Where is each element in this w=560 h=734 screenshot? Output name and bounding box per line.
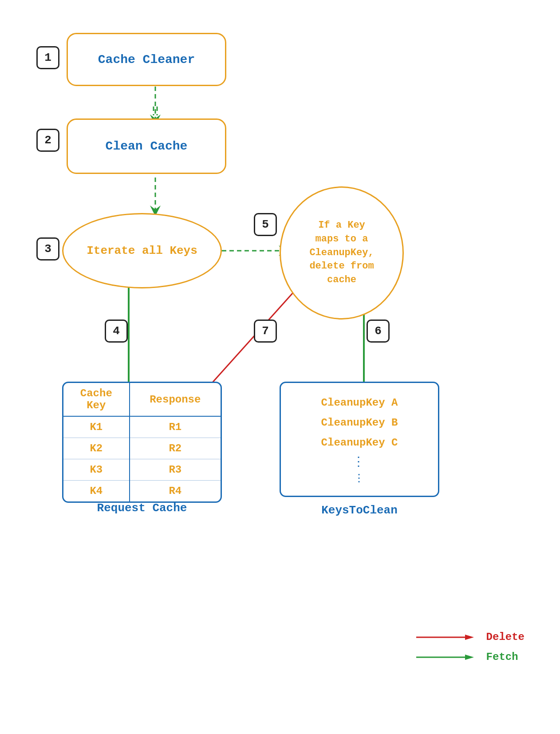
cleanup-key-a: CleanupKey A bbox=[321, 394, 398, 411]
table-row: K4 R4 bbox=[63, 481, 221, 502]
legend-fetch: Fetch bbox=[416, 651, 525, 663]
badge-3: 3 bbox=[36, 237, 59, 260]
dots: ⋮ bbox=[352, 454, 367, 469]
diagram-container: 1 Cache Cleaner 2 Clean Cache 3 Iterate … bbox=[0, 0, 560, 734]
svg-marker-9 bbox=[465, 635, 474, 640]
table-header-cache-key: CacheKey bbox=[63, 383, 130, 416]
table-cell: R2 bbox=[130, 438, 221, 459]
table-cell: R3 bbox=[130, 459, 221, 481]
table-cell: K4 bbox=[63, 481, 130, 502]
node-request-cache: CacheKey Response K1 R1 K2 R2 K3 R3 bbox=[62, 382, 222, 503]
table-row: K3 R3 bbox=[63, 459, 221, 481]
label-keys-to-clean: KeysToClean bbox=[280, 504, 439, 517]
node-cache-cleaner: Cache Cleaner bbox=[67, 33, 226, 86]
node-clean-cache: Clean Cache bbox=[67, 118, 226, 174]
badge-5: 5 bbox=[254, 213, 277, 236]
table-header-response: Response bbox=[130, 383, 221, 416]
legend-delete-label: Delete bbox=[486, 631, 525, 643]
node-condition: If a Key maps to a CleanupKey, delete fr… bbox=[280, 186, 404, 320]
badge-6: 6 bbox=[367, 320, 390, 343]
table-row: K1 R1 bbox=[63, 416, 221, 438]
table-cell: R4 bbox=[130, 481, 221, 502]
badge-7: 7 bbox=[254, 320, 277, 343]
legend: Delete Fetch bbox=[416, 631, 525, 663]
table-cell: R1 bbox=[130, 416, 221, 438]
cleanup-key-b: CleanupKey B bbox=[321, 414, 398, 431]
table-cell: K1 bbox=[63, 416, 130, 438]
table-cell: K2 bbox=[63, 438, 130, 459]
label-request-cache: Request Cache bbox=[62, 501, 222, 515]
arrows-svg bbox=[0, 0, 560, 734]
dots2: ⋮ bbox=[354, 472, 365, 485]
cleanup-key-c: CleanupKey C bbox=[321, 434, 398, 451]
node-keys-to-clean: CleanupKey A CleanupKey B CleanupKey C ⋮… bbox=[280, 382, 439, 497]
table-row: K2 R2 bbox=[63, 438, 221, 459]
badge-4: 4 bbox=[105, 320, 128, 343]
badge-2: 2 bbox=[36, 129, 59, 152]
legend-delete: Delete bbox=[416, 631, 525, 643]
table-cell: K3 bbox=[63, 459, 130, 481]
svg-marker-11 bbox=[465, 655, 474, 660]
legend-fetch-label: Fetch bbox=[486, 651, 518, 663]
badge-1: 1 bbox=[36, 46, 59, 69]
node-iterate-keys: Iterate all Keys bbox=[62, 213, 222, 288]
